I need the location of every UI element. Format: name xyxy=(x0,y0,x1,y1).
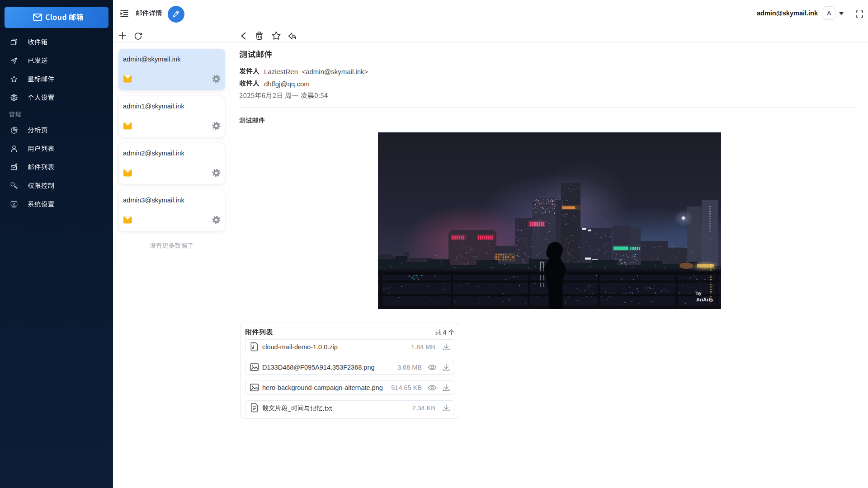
svg-text:by: by xyxy=(696,291,702,296)
svg-text:AriArts: AriArts xyxy=(696,297,713,302)
